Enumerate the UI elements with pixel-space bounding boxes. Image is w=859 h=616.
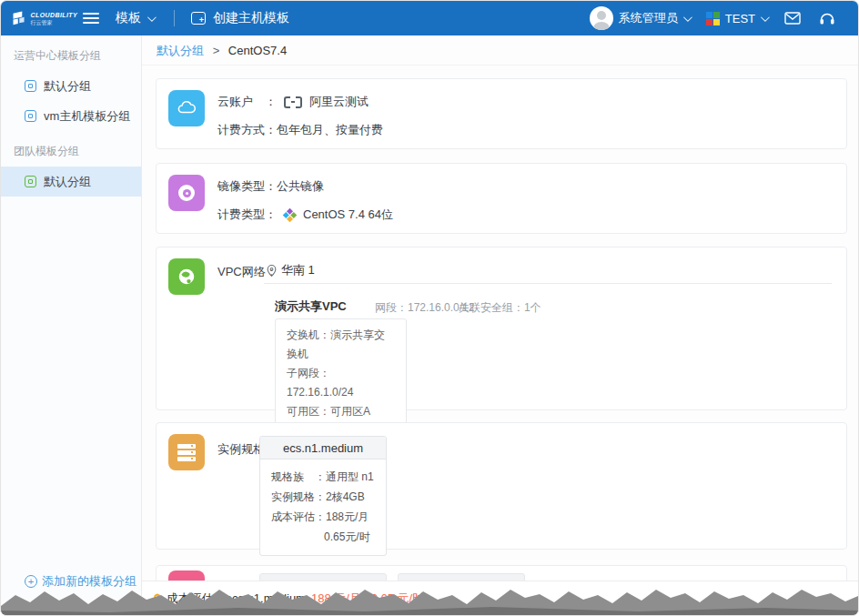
location-pin-icon [266,264,278,278]
vpc-region-name: 华南 1 [281,262,315,278]
disc-icon [168,175,205,211]
alibaba-cloud-logo-icon [284,96,302,108]
cloud-account-card: 云账户 ： 阿里云测试 计费方式：包年包月、按量付费 [156,78,847,149]
server-icon [168,434,205,470]
vpc-name: 演示共享VPC [275,298,347,315]
billing-mode: 计费方式：包年包月、按量付费 [217,122,383,138]
avatar [590,6,613,30]
brand-subtitle: 行云管家 [31,20,77,25]
sidebar: 运营中心模板分组 默认分组 vm主机模板分组 团队模板分组 默认分组 + 添加新… [1,35,142,615]
image-billing-label: 计费类型： [217,207,277,223]
image-type: 镜像类型：公共镜像 [217,178,324,195]
template-group-icon [25,176,36,187]
chevron-down-icon [683,13,692,22]
create-button-label: 创建主机模板 [213,10,289,26]
breadcrumb-parent-link[interactable]: 默认分组 [157,44,204,57]
account-label: 云账户 ： [217,94,277,110]
instance-spec-box: ecs.n1.medium 规格族 ：通用型 n1 实例规格：2核4GB 成本评… [259,436,387,556]
vpc-region-underline [264,283,832,284]
hamburger-menu-icon[interactable] [83,13,99,24]
nav-divider [174,10,175,26]
image-card: 镜像类型：公共镜像 计费类型： CentOS 7.4 64位 [156,163,847,234]
vpc-switch: 交换机：演示共享交换机 [287,326,395,364]
sidebar-item-default-group-team[interactable]: 默认分组 [1,167,141,197]
chevron-down-icon [761,13,770,22]
centos-logo-icon [283,207,298,222]
instance-spec-card: 实例规格： ecs.n1.medium 规格族 ：通用型 n1 实例规格：2核4… [156,422,847,550]
create-host-template-button[interactable]: + 创建主机模板 [191,10,289,26]
image-os: CentOS 7.4 64位 [303,207,393,223]
breadcrumb-current: CentOS7.4 [228,44,287,57]
brand-name: CLOUDBILITY [31,12,77,18]
app-window: CLOUDBILITY 行云管家 模板 + 创建主机模板 系统管理员 [0,0,859,616]
breadcrumb: 默认分组 > CentOS7.4 [142,35,858,66]
user-menu[interactable]: 系统管理员 [590,6,690,30]
main-content: 默认分组 > CentOS7.4 云账户 ： 阿里云测试 计费方式：包年包月、按… [142,35,858,615]
headset-icon [819,11,835,25]
sidebar-item-vm-template-group[interactable]: vm主机模板分组 [1,101,141,131]
vpc-subnet: 子网段：172.16.1.0/24 [287,364,395,402]
sidebar-item-label: 默认分组 [44,174,91,190]
account-value: 阿里云测试 [309,94,369,110]
vpc-zone: 可用区：可用区A [287,402,395,421]
globe-icon [168,258,205,295]
sidebar-section-team: 团队模板分组 [1,131,141,167]
vpc-switch-box: 交换机：演示共享交换机 子网段：172.16.1.0/24 可用区：可用区A [275,318,407,429]
spec-name: ecs.n1.medium [260,437,386,459]
top-navbar: CLOUDBILITY 行云管家 模板 + 创建主机模板 系统管理员 [1,1,858,35]
torn-edge-decoration [1,584,859,615]
user-name: 系统管理员 [619,10,678,26]
team-name: TEST [725,12,755,25]
sidebar-item-default-group-ops[interactable]: 默认分组 [1,71,141,101]
spec-family: 规格族 ：通用型 n1 [271,467,375,487]
sidebar-item-label: 默认分组 [44,78,91,95]
envelope-icon [784,12,801,25]
template-group-icon [25,110,36,122]
template-group-icon [25,80,36,92]
cloud-icon [168,90,205,126]
cloudbility-logo-icon [12,8,27,28]
nav-menu-label: 模板 [116,10,141,26]
breadcrumb-separator: > [213,44,220,57]
sidebar-section-operations: 运营中心模板分组 [1,35,141,71]
spec-cost-month: 成本评估：188元/月 [271,507,375,527]
spec-cost-hour: 0.65元/时 [271,527,375,547]
square-plus-icon: + [191,12,206,25]
mail-button[interactable] [783,10,802,26]
team-grid-icon [706,12,720,25]
chevron-down-icon [147,13,157,22]
sidebar-item-label: vm主机模板分组 [44,108,130,125]
nav-menu-template[interactable]: 模板 [112,10,157,26]
support-button[interactable] [818,10,836,26]
spec-size: 实例规格：2核4GB [271,487,375,507]
vpc-region: 华南 1 [266,262,315,278]
vpc-card: VPC网络： 华南 1 演示共享VPC 网段：172.16.0.0/12 关联安… [156,247,847,410]
team-menu[interactable]: TEST [706,12,767,25]
vpc-security-group: 关联安全组：1个 [459,300,541,316]
cloudbility-logo[interactable]: CLOUDBILITY 行云管家 [12,8,77,28]
